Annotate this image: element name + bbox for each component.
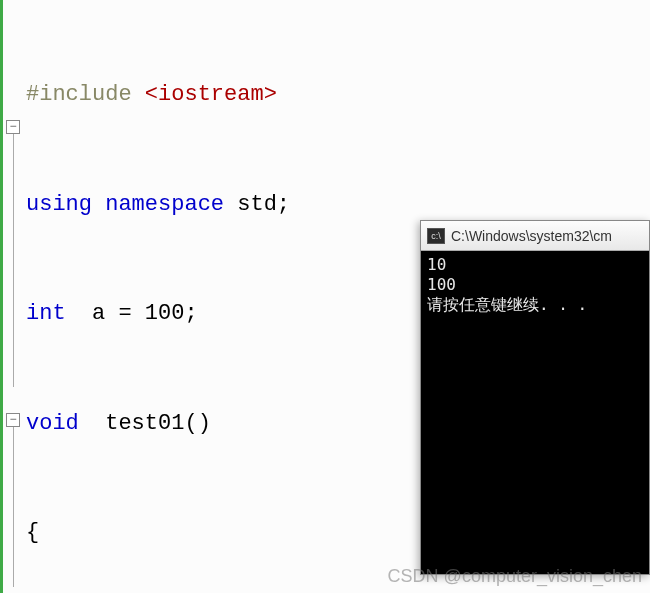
cmd-icon: c:\ <box>427 228 445 244</box>
watermark: CSDN @computer_vision_chen <box>388 566 642 587</box>
output-line: 请按任意键继续. . . <box>427 295 643 315</box>
terminal-window[interactable]: c:\ C:\Windows\system32\cm 10 100 请按任意键继… <box>420 220 650 575</box>
terminal-titlebar[interactable]: c:\ C:\Windows\system32\cm <box>421 221 649 251</box>
code-line: #include <iostream> <box>26 77 650 114</box>
output-line: 10 <box>427 255 643 275</box>
fold-toggle-test01[interactable]: − <box>6 120 20 134</box>
gutter: − − <box>0 0 26 593</box>
terminal-title: C:\Windows\system32\cm <box>451 228 612 244</box>
code-line: using namespace std; <box>26 187 650 224</box>
fold-toggle-main[interactable]: − <box>6 413 20 427</box>
fold-guide-1 <box>13 134 14 387</box>
output-line: 100 <box>427 275 643 295</box>
terminal-output: 10 100 请按任意键继续. . . <box>421 251 649 319</box>
fold-guide-2 <box>13 427 14 587</box>
